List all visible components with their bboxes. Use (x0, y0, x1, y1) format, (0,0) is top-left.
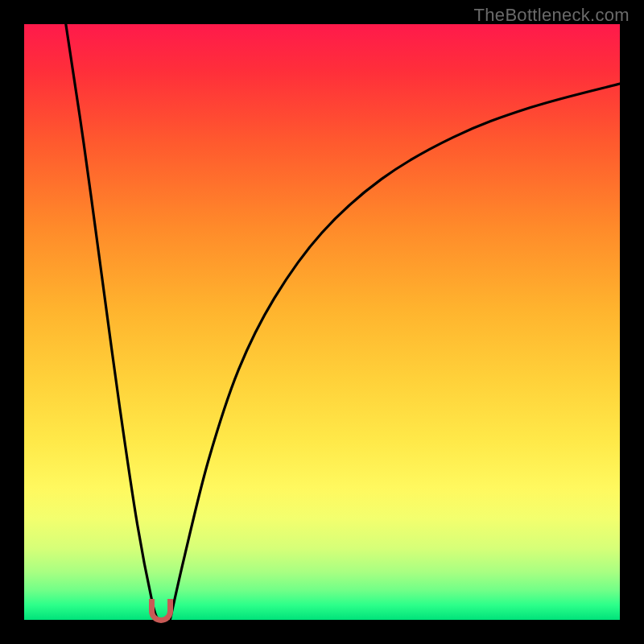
curve-left-branch (66, 24, 159, 620)
curve-right-branch (170, 84, 620, 620)
chart-frame: TheBottleneck.com (0, 0, 644, 644)
curves-svg (24, 24, 620, 620)
watermark-text: TheBottleneck.com (474, 5, 630, 26)
plot-area (24, 24, 620, 620)
